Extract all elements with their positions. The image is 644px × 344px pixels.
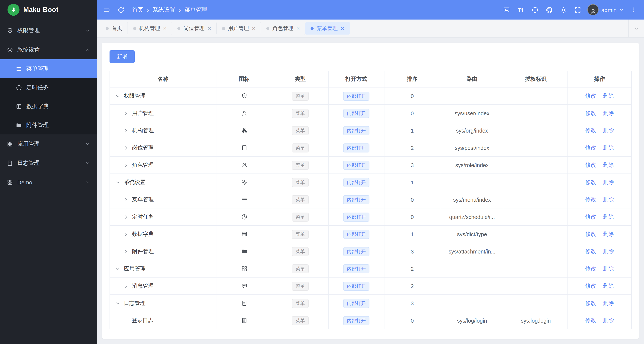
- delete-link[interactable]: 删除: [603, 248, 614, 254]
- delete-link[interactable]: 删除: [603, 317, 614, 323]
- expand-icon[interactable]: [124, 232, 130, 237]
- delete-link[interactable]: 删除: [603, 196, 614, 202]
- row-actions: 修改删除: [568, 277, 632, 295]
- collapse-icon[interactable]: [115, 266, 121, 271]
- expand-icon[interactable]: [124, 283, 130, 289]
- close-icon[interactable]: ×: [208, 25, 211, 31]
- sidebar-item-logs[interactable]: 日志管理: [0, 154, 97, 173]
- image-button[interactable]: [500, 3, 513, 17]
- close-icon[interactable]: ×: [163, 25, 167, 31]
- sidebar-item-attachment[interactable]: 附件管理: [0, 116, 97, 134]
- sidebar-item-permission[interactable]: 权限管理: [0, 21, 97, 40]
- tab-org[interactable]: 机构管理×: [128, 22, 172, 35]
- edit-link[interactable]: 修改: [585, 283, 596, 289]
- language-button[interactable]: [528, 3, 542, 17]
- expand-icon[interactable]: [124, 162, 130, 168]
- edit-link[interactable]: 修改: [585, 300, 596, 306]
- delete-link[interactable]: 删除: [603, 127, 614, 133]
- route-value: [440, 260, 504, 277]
- close-icon[interactable]: ×: [296, 25, 300, 31]
- expand-icon[interactable]: [124, 197, 130, 202]
- tab-menu[interactable]: 菜单管理×: [306, 22, 350, 35]
- close-icon[interactable]: ×: [252, 25, 256, 31]
- type-tag: 菜单: [292, 281, 309, 290]
- tab-home[interactable]: 首页: [100, 22, 128, 35]
- type-tag: 菜单: [292, 299, 309, 308]
- sidebar-item-apps[interactable]: 应用管理: [0, 134, 97, 154]
- delete-link[interactable]: 删除: [603, 265, 614, 271]
- tabs-dropdown-button[interactable]: [628, 20, 644, 37]
- font-size-button[interactable]: Tt: [514, 3, 527, 17]
- breadcrumb-item[interactable]: 首页: [132, 6, 143, 13]
- type-tag: 菜单: [292, 160, 309, 169]
- column-header: 打开方式: [328, 71, 384, 87]
- add-button[interactable]: 新增: [110, 50, 135, 63]
- expand-icon[interactable]: [124, 145, 130, 150]
- settings-button[interactable]: [556, 3, 570, 17]
- delete-link[interactable]: 删除: [603, 145, 614, 151]
- sidebar-item-menu[interactable]: 菜单管理: [0, 59, 97, 78]
- sidebar-item-dict[interactable]: 数据字典: [0, 97, 97, 116]
- table-row: 系统设置菜单内部打开1修改删除: [110, 174, 632, 191]
- delete-link[interactable]: 删除: [603, 110, 614, 116]
- close-icon[interactable]: ×: [341, 25, 344, 31]
- delete-link[interactable]: 删除: [603, 231, 614, 237]
- fullscreen-button[interactable]: [571, 3, 584, 17]
- github-button[interactable]: [542, 3, 556, 17]
- edit-link[interactable]: 修改: [585, 145, 596, 151]
- route-value: sys/post/index: [440, 139, 504, 156]
- tab-post[interactable]: 岗位管理×: [172, 22, 217, 35]
- breadcrumb: 首页›系统设置›菜单管理: [132, 6, 207, 13]
- breadcrumb-item[interactable]: 系统设置: [153, 6, 175, 13]
- edit-link[interactable]: 修改: [585, 127, 596, 133]
- delete-link[interactable]: 删除: [603, 214, 614, 220]
- sidebar-item-demo[interactable]: Demo: [0, 173, 97, 192]
- edit-link[interactable]: 修改: [585, 231, 596, 237]
- row-icon-cell: [216, 312, 272, 329]
- column-header: 路由: [440, 71, 504, 87]
- sidebar-item-label: 应用管理: [17, 140, 81, 148]
- collapse-icon[interactable]: [115, 180, 121, 185]
- tab-user[interactable]: 用户管理×: [216, 22, 261, 35]
- column-header: 图标: [216, 71, 272, 87]
- edit-link[interactable]: 修改: [585, 317, 596, 323]
- expand-icon[interactable]: [124, 111, 130, 116]
- edit-link[interactable]: 修改: [585, 248, 596, 254]
- delete-link[interactable]: 删除: [603, 162, 614, 168]
- edit-link[interactable]: 修改: [585, 265, 596, 271]
- menu-name: 角色管理: [132, 162, 154, 168]
- sort-value: 2: [384, 277, 440, 295]
- open-type-tag: 内部打开: [343, 264, 370, 273]
- tab-role[interactable]: 角色管理×: [261, 22, 306, 35]
- expand-icon[interactable]: [124, 214, 130, 220]
- sidebar-item-label: 权限管理: [17, 27, 81, 34]
- refresh-button[interactable]: [114, 3, 128, 17]
- delete-link[interactable]: 删除: [603, 300, 614, 306]
- sidebar: Maku Boot 权限管理系统设置菜单管理定时任务数据字典附件管理应用管理日志…: [0, 0, 97, 344]
- content-card: 新增 名称图标类型打开方式排序路由授权标识操作 权限管理菜单内部打开0修改删除用…: [102, 43, 639, 339]
- delete-link[interactable]: 删除: [603, 179, 614, 185]
- edit-link[interactable]: 修改: [585, 162, 596, 168]
- collapse-icon[interactable]: [115, 93, 121, 99]
- row-icon-cell: [216, 277, 272, 295]
- edit-link[interactable]: 修改: [585, 110, 596, 116]
- menu-fold-icon: [103, 6, 110, 13]
- expand-icon[interactable]: [124, 128, 130, 133]
- sidebar-item-schedule[interactable]: 定时任务: [0, 78, 97, 97]
- tree-icon: [10, 6, 17, 13]
- app-logo[interactable]: Maku Boot: [0, 0, 97, 20]
- edit-link[interactable]: 修改: [585, 93, 596, 99]
- sort-value: 1: [384, 122, 440, 139]
- delete-link[interactable]: 删除: [603, 283, 614, 289]
- column-header: 操作: [568, 71, 632, 87]
- collapse-icon[interactable]: [115, 301, 121, 306]
- expand-icon[interactable]: [124, 249, 130, 254]
- delete-link[interactable]: 删除: [603, 93, 614, 99]
- edit-link[interactable]: 修改: [585, 179, 596, 185]
- edit-link[interactable]: 修改: [585, 196, 596, 202]
- collapse-sidebar-button[interactable]: [100, 3, 113, 17]
- user-menu[interactable]: admin: [587, 4, 624, 16]
- more-button[interactable]: [627, 3, 640, 17]
- sidebar-item-system[interactable]: 系统设置: [0, 40, 97, 59]
- edit-link[interactable]: 修改: [585, 214, 596, 220]
